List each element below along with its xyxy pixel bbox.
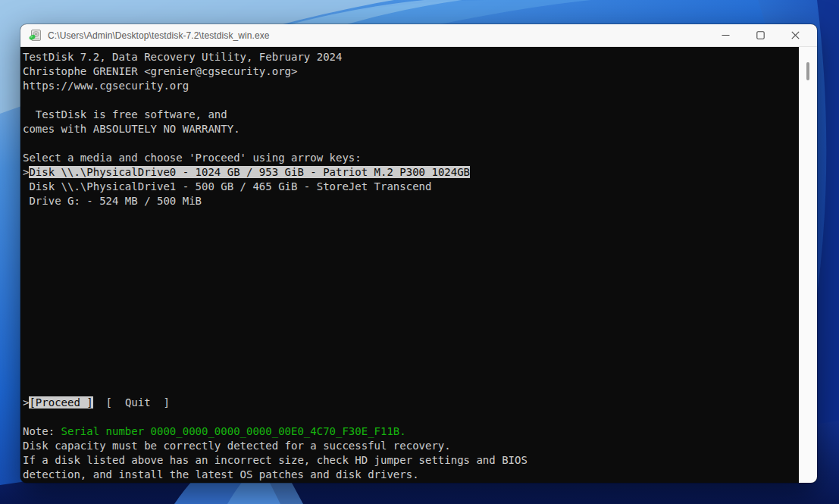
- maximize-icon: [756, 31, 765, 39]
- titlebar[interactable]: C:\Users\Admin\Desktop\testdisk-7.2\test…: [20, 24, 817, 47]
- console-text: Note:: [23, 425, 61, 437]
- note-row: Note: Serial number 0000_0000_0000_0000_…: [23, 424, 799, 439]
- console-line: [23, 295, 799, 309]
- console-line: [23, 381, 799, 396]
- window-controls: [708, 24, 812, 46]
- window-title: C:\Users\Admin\Desktop\testdisk-7.2\test…: [48, 30, 708, 41]
- console-lines: TestDisk 7.2, Data Recovery Utility, Feb…: [23, 50, 799, 482]
- console-text: TestDisk is free software, and: [23, 108, 227, 121]
- console-line: [23, 309, 799, 324]
- console-line: [23, 136, 799, 151]
- console-line: Disk capacity must be correctly detected…: [23, 439, 799, 453]
- console-line: Select a media and choose 'Proceed' usin…: [23, 151, 799, 165]
- testdisk-window: C:\Users\Admin\Desktop\testdisk-7.2\test…: [20, 24, 817, 483]
- console-text: https://www.cgsecurity.org: [23, 80, 189, 92]
- console-line: [23, 352, 799, 367]
- console-line: [23, 367, 799, 381]
- disk-row-physicaldrive1[interactable]: Disk \\.\PhysicalDrive1 - 500 GB / 465 G…: [23, 180, 799, 194]
- console-text: detection, and install the latest OS pat…: [23, 468, 419, 481]
- menu-row: >[Proceed ] [ Quit ]: [23, 396, 799, 410]
- console-text: [93, 396, 106, 409]
- console-line: [23, 208, 799, 223]
- selected-disk-entry[interactable]: Disk \\.\PhysicalDrive0 - 1024 GB / 953 …: [29, 166, 470, 178]
- close-icon: [791, 31, 800, 39]
- serial-number-text: Serial number 0000_0000_0000_0000_00E0_4…: [61, 425, 406, 437]
- console-text: Disk capacity must be correctly detected…: [23, 440, 451, 452]
- console-line: [23, 93, 799, 108]
- testdisk-app-icon: [29, 29, 42, 42]
- console-line: detection, and install the latest OS pat…: [23, 468, 799, 482]
- console-line: https://www.cgsecurity.org: [23, 79, 799, 93]
- scrollbar[interactable]: [799, 47, 817, 483]
- console-text: Disk \\.\PhysicalDrive1 - 500 GB / 465 G…: [23, 180, 431, 193]
- console-line: TestDisk 7.2, Data Recovery Utility, Feb…: [23, 50, 799, 64]
- console-line: [23, 237, 799, 252]
- proceed-button[interactable]: [Proceed ]: [29, 396, 92, 409]
- scrollbar-thumb[interactable]: [806, 62, 809, 80]
- console-line: Christophe GRENIER <grenier@cgsecurity.o…: [23, 64, 799, 79]
- console-line: [23, 280, 799, 295]
- console-text: Christophe GRENIER <grenier@cgsecurity.o…: [23, 65, 297, 77]
- console-line: [23, 266, 799, 280]
- console-text: Select a media and choose 'Proceed' usin…: [23, 152, 362, 164]
- console-line: [23, 252, 799, 266]
- console-text: TestDisk 7.2, Data Recovery Utility, Feb…: [23, 51, 342, 63]
- console-line: [23, 324, 799, 338]
- close-button[interactable]: [778, 24, 812, 46]
- console-text: comes with ABSOLUTELY NO WARRANTY.: [23, 123, 240, 135]
- console-text: Drive G: - 524 MB / 500 MiB: [23, 195, 202, 207]
- console-output: TestDisk 7.2, Data Recovery Utility, Feb…: [20, 47, 799, 483]
- console-line: If a disk listed above has an incorrect …: [23, 453, 799, 468]
- console-line: [23, 410, 799, 424]
- minimize-button[interactable]: [708, 24, 743, 46]
- console-line: comes with ABSOLUTELY NO WARRANTY.: [23, 122, 799, 136]
- console-line: [23, 223, 799, 237]
- minimize-icon: [722, 31, 730, 39]
- console-line: [23, 338, 799, 352]
- console-text: If a disk listed above has an incorrect …: [23, 454, 528, 466]
- maximize-button[interactable]: [743, 24, 778, 46]
- disk-row-drive-g[interactable]: Drive G: - 524 MB / 500 MiB: [23, 194, 799, 208]
- disk-row-physicaldrive0[interactable]: >Disk \\.\PhysicalDrive0 - 1024 GB / 953…: [23, 165, 799, 180]
- desktop: C:\Users\Admin\Desktop\testdisk-7.2\test…: [0, 0, 839, 504]
- quit-button[interactable]: [ Quit ]: [106, 396, 170, 409]
- console-line: TestDisk is free software, and: [23, 108, 799, 122]
